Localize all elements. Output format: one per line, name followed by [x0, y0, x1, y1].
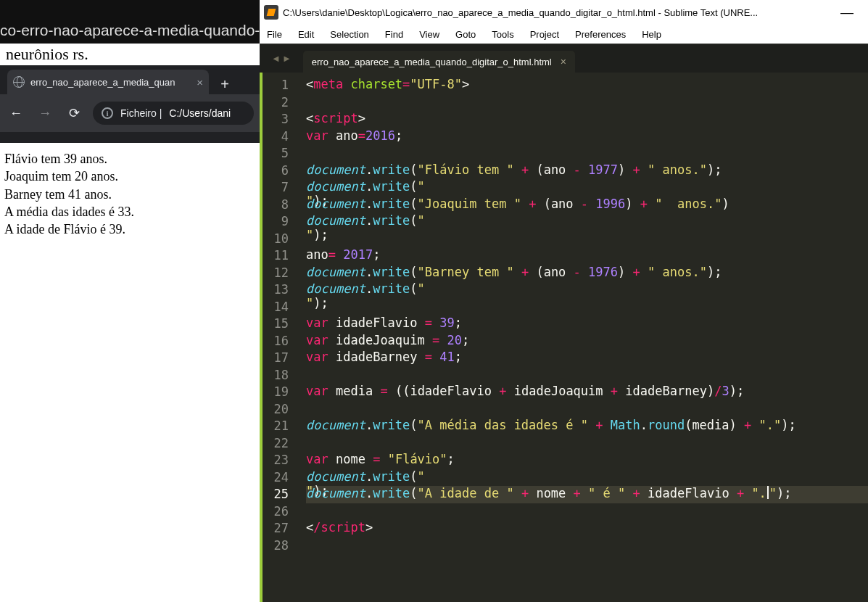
page-line: Barney tem 41 anos.	[4, 186, 255, 203]
code-area[interactable]: <meta charset="UTF-8"> <script>var ano=2…	[294, 73, 868, 602]
forward-button[interactable]: →	[35, 103, 55, 123]
url-prefix: Ficheiro |	[120, 107, 162, 119]
menu-view[interactable]: View	[419, 29, 439, 40]
menu-goto[interactable]: Goto	[455, 29, 476, 40]
menu-bar: File Edit Selection Find View Goto Tools…	[260, 25, 868, 44]
sublime-window: C:\Users\danie\Desktop\Logica\erro_nao_a…	[260, 0, 868, 602]
chrome-tab[interactable]: erro_nao_aparece_a_media_quan ×	[7, 70, 209, 94]
url-path: C:/Users/dani	[169, 107, 231, 119]
back-button[interactable]: ←	[6, 103, 26, 123]
page-line: Flávio tem 39 anos.	[4, 150, 255, 168]
menu-preferences[interactable]: Preferences	[575, 29, 626, 40]
new-tab-button[interactable]: +	[215, 74, 235, 94]
editor-tab-strip: ◄ ► erro_nao_aparece_a_media_quando_digi…	[260, 44, 868, 73]
menu-selection[interactable]: Selection	[330, 29, 368, 40]
browser-page-content: Flávio tem 39 anos. Joaquim tem 20 anos.…	[0, 143, 260, 245]
menu-find[interactable]: Find	[385, 29, 403, 40]
menu-help[interactable]: Help	[642, 29, 661, 40]
menu-tools[interactable]: Tools	[492, 29, 513, 40]
background-url-fragment: co-erro-nao-aparece-a-media-quando-digit…	[0, 22, 260, 44]
browser-window: co-erro-nao-aparece-a-media-quando-digit…	[0, 0, 260, 602]
minimize-button[interactable]: —	[830, 5, 864, 20]
window-title: C:\Users\danie\Desktop\Logica\erro_nao_a…	[283, 7, 826, 18]
tab-nav-left-icon[interactable]: ◄	[271, 53, 281, 64]
reload-button[interactable]: ⟳	[64, 103, 84, 123]
close-icon[interactable]: ×	[561, 56, 566, 67]
globe-icon	[13, 76, 25, 88]
menu-project[interactable]: Project	[530, 29, 559, 40]
page-line: A idade de Flávio é 39.	[4, 220, 255, 238]
chrome-tab-title: erro_nao_aparece_a_media_quan	[30, 77, 191, 88]
editor-tab-title: erro_nao_aparece_a_media_quando_digitar_…	[312, 57, 552, 67]
background-page-text: neurônios rs.	[0, 44, 260, 65]
close-icon[interactable]: ×	[197, 76, 203, 88]
chrome-toolbar: ← → ⟳ i Ficheiro | C:/Users/dani	[0, 94, 260, 132]
background-page-top: co-erro-nao-aparece-a-media-quando-digit…	[0, 0, 260, 44]
editor-area[interactable]: 1234567891011121314151617181920212223242…	[260, 73, 868, 602]
tab-nav: ◄ ►	[265, 44, 297, 73]
page-line: Joaquim tem 20 anos.	[4, 168, 255, 185]
chrome-frame: erro_nao_aparece_a_media_quan × + ← → ⟳ …	[0, 65, 260, 143]
editor-tab[interactable]: erro_nao_aparece_a_media_quando_digitar_…	[303, 51, 575, 73]
sublime-logo-icon	[264, 5, 278, 20]
address-bar[interactable]: i Ficheiro | C:/Users/dani	[93, 102, 254, 125]
menu-file[interactable]: File	[267, 29, 282, 40]
page-line: A média das idades é 33.	[4, 203, 255, 220]
menu-edit[interactable]: Edit	[298, 29, 314, 40]
chrome-tab-strip: erro_nao_aparece_a_media_quan × +	[0, 65, 260, 94]
line-number-gutter: 1234567891011121314151617181920212223242…	[263, 73, 294, 602]
tab-nav-right-icon[interactable]: ►	[282, 53, 292, 64]
info-icon: i	[102, 107, 113, 119]
title-bar[interactable]: C:\Users\danie\Desktop\Logica\erro_nao_a…	[260, 0, 868, 25]
